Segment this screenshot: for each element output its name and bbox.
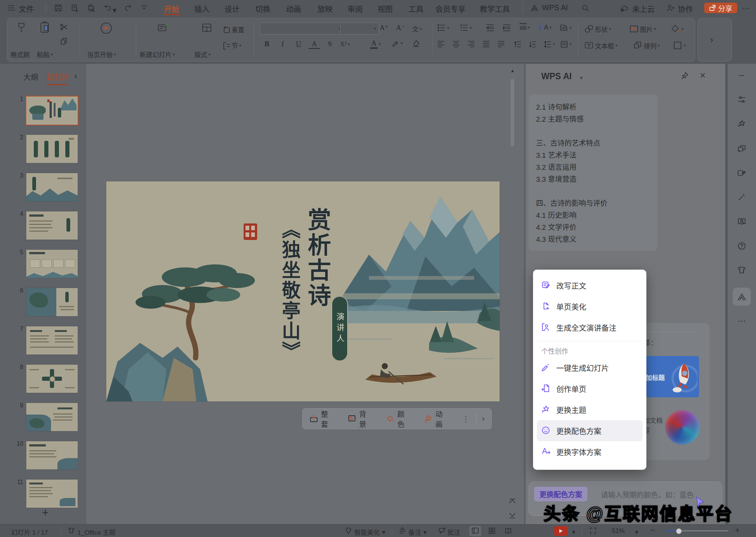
doc-content-illustration[interactable]: [665, 410, 700, 445]
slide-thumbnail-9[interactable]: 9: [26, 403, 78, 431]
char-border-button[interactable]: A: [309, 40, 320, 49]
slide-thumbnail-5[interactable]: 5: [26, 250, 78, 278]
play-from-current-icon[interactable]: [99, 21, 113, 35]
menu-item-change-color-scheme[interactable]: 更换配色方案: [537, 420, 643, 441]
theme-name[interactable]: 1_Office 主题: [77, 527, 116, 537]
object-properties-icon[interactable]: [737, 95, 747, 104]
slide-thumbnail-10[interactable]: 10: [26, 441, 78, 469]
bold-button[interactable]: B: [261, 40, 273, 48]
magic-wand-icon[interactable]: [737, 192, 747, 202]
next-slide-button[interactable]: [508, 509, 517, 520]
fit-window-icon[interactable]: [589, 527, 597, 534]
undo-icon[interactable]: [104, 4, 112, 12]
presenter-banner[interactable]: 演讲人: [331, 296, 348, 361]
add-title-option-card[interactable]: 加标题: [644, 356, 699, 397]
customize-quickbar-icon[interactable]: [140, 4, 148, 11]
slide-thumbnail-2[interactable]: 2: [26, 135, 78, 163]
smart-beautify-icon[interactable]: [345, 527, 352, 534]
line-spacing-button[interactable]: ▾: [544, 40, 555, 48]
new-slide-icon[interactable]: [157, 22, 169, 34]
section-button[interactable]: 节▾: [222, 41, 241, 50]
wps-ai-menu[interactable]: WPS AI: [542, 3, 568, 12]
play-from-current-button[interactable]: 当页开始▾: [87, 50, 116, 59]
reset-button[interactable]: 重置: [222, 25, 244, 34]
menu-item-create-page[interactable]: 创作单页: [533, 378, 646, 399]
align-center-icon[interactable]: [452, 40, 460, 48]
shapes-button[interactable]: 形状▾: [584, 24, 611, 34]
slide-thumbnail-3[interactable]: 3: [26, 173, 78, 201]
menu-item-speech-notes[interactable]: 生成全文演讲备注: [533, 317, 646, 338]
animation-button[interactable]: 动画: [424, 409, 449, 429]
collaborate-label[interactable]: 协作: [678, 3, 693, 14]
increase-indent-icon[interactable]: [502, 23, 511, 32]
menu-item-change-theme[interactable]: 更换主题: [533, 399, 646, 420]
save-icon[interactable]: [54, 4, 62, 12]
italic-button[interactable]: I: [277, 40, 288, 48]
play-dropdown-icon[interactable]: ▾: [572, 529, 575, 535]
fill-color-button[interactable]: ▾: [670, 24, 684, 34]
format-painter-button[interactable]: 格式刷: [11, 50, 30, 59]
slide-thumbnail-6[interactable]: 6: [26, 288, 78, 316]
wps-ai-logo-icon[interactable]: [530, 4, 539, 12]
tab-review[interactable]: 审阅: [348, 3, 363, 14]
chevron-down-icon[interactable]: ▾: [423, 529, 427, 535]
clear-format-icon[interactable]: [411, 39, 420, 48]
scroll-up-icon[interactable]: ▴: [511, 68, 514, 73]
chevron-down-icon[interactable]: ▾: [382, 529, 386, 535]
slide-title[interactable]: 赏析古诗: [300, 208, 334, 308]
search-icon[interactable]: [581, 4, 589, 12]
view-sorter-icon[interactable]: [488, 527, 495, 534]
smart-beautify-button[interactable]: 智能美化: [354, 527, 380, 537]
vertical-scrollbar[interactable]: [511, 79, 514, 146]
tab-slideshow[interactable]: 放映: [318, 3, 333, 14]
background-button[interactable]: 背景: [348, 409, 373, 429]
reference-search-icon[interactable]: [737, 217, 747, 226]
format-painter-icon[interactable]: [16, 22, 27, 33]
strip-more-icon[interactable]: ⋯: [737, 316, 747, 326]
paste-button[interactable]: 粘贴▾: [37, 50, 53, 59]
tab-member[interactable]: 会员专享: [435, 3, 465, 14]
font-name-select[interactable]: ▾: [260, 23, 344, 35]
menu-item-change-font-scheme[interactable]: 更换字体方案: [533, 441, 646, 462]
slide-canvas[interactable]: 赏析古诗 《独坐敬亭山》 演讲人: [106, 181, 500, 401]
layout-icon[interactable]: [201, 22, 213, 34]
material-library-icon[interactable]: [737, 168, 747, 178]
align-right-icon[interactable]: [467, 40, 475, 48]
tab-outline-view[interactable]: 大纲: [23, 71, 38, 82]
slide-copy-icon[interactable]: [737, 143, 747, 153]
text-direction-button[interactable]: A▾: [538, 23, 552, 32]
pinyin-guide-button[interactable]: 文▾: [412, 24, 422, 33]
slide-thumbnail-1[interactable]: 1: [26, 97, 78, 125]
share-button[interactable]: 分享: [704, 3, 737, 13]
menu-item-beautify-page[interactable]: 单页美化: [533, 296, 646, 317]
notes-icon[interactable]: [399, 527, 406, 534]
color-button[interactable]: 颜色: [386, 409, 411, 429]
slide-thumbnail-4[interactable]: 4: [26, 211, 78, 240]
bullet-list-button[interactable]: ▾: [437, 23, 449, 32]
file-menu[interactable]: 文件: [19, 3, 34, 14]
close-panel-icon[interactable]: ×: [700, 70, 706, 81]
underline-button[interactable]: U: [293, 40, 304, 48]
window-more-icon[interactable]: ⋯: [742, 3, 750, 13]
numbered-list-button[interactable]: ▾: [459, 23, 472, 32]
comments-icon[interactable]: [438, 527, 446, 534]
tab-transition[interactable]: 切换: [255, 3, 270, 14]
picture-button[interactable]: 图片▾: [629, 24, 656, 34]
menu-item-generate-slides[interactable]: 一键生成幻灯片: [533, 357, 646, 378]
theme-skin-icon[interactable]: [737, 265, 747, 275]
pin-panel-icon[interactable]: [680, 71, 689, 80]
zoom-in-button[interactable]: +: [735, 525, 740, 535]
tab-animation[interactable]: 动画: [286, 3, 301, 14]
zoom-slider-handle[interactable]: [676, 528, 682, 534]
new-slide-button[interactable]: 新建幻灯片▾: [140, 50, 175, 59]
zoom-out-button[interactable]: −: [650, 525, 655, 535]
distribute-icon[interactable]: [497, 40, 505, 48]
outline-frame-button[interactable]: ▾: [673, 41, 686, 50]
decrease-font-button[interactable]: A⁻: [395, 23, 406, 32]
arrange-button[interactable]: 排列▾: [633, 41, 660, 50]
cloud-status-icon[interactable]: [619, 4, 629, 12]
align-left-icon[interactable]: [437, 40, 445, 48]
tab-slides-view[interactable]: 幻灯片: [47, 71, 69, 82]
tab-view[interactable]: 视图: [378, 3, 393, 14]
char-shading-button[interactable]: ab▾: [520, 23, 530, 32]
